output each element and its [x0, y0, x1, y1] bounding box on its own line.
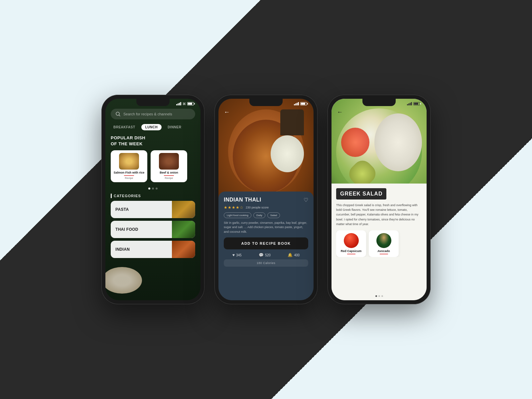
dish-label-1: Recipe: [125, 177, 133, 180]
bottom-dot-2: [378, 295, 380, 297]
tag-3[interactable]: Salad: [267, 212, 280, 218]
dish-card-2[interactable]: Beef & onion Recipe: [151, 150, 187, 182]
svg-line-1: [119, 115, 120, 116]
beef-image: [159, 153, 179, 170]
stats-row: ♥ 345 💬 520 🔔 400: [224, 253, 308, 257]
battery-icon-3: [413, 102, 420, 105]
calories-display: 180 Calories: [224, 259, 308, 267]
thai-thumbnail: [172, 221, 195, 238]
bottom-dot-3: [381, 295, 383, 297]
greek-salad-title: GREEK SALAD: [340, 191, 382, 197]
phones-container: ⌘: [101, 95, 431, 304]
comments-count: 520: [265, 253, 271, 257]
ingredient-underline-1: [347, 254, 355, 254]
stars-row: ★★★★☆ 230 people score: [224, 205, 308, 210]
phone-3: ← GREEK SALAD This chopped Greek salad i…: [328, 95, 431, 304]
dot-3: [156, 188, 158, 190]
tab-lunch[interactable]: LUNCH: [141, 124, 162, 130]
food-hero-image: [218, 99, 314, 203]
shares-count: 400: [294, 253, 300, 257]
dish-card-1[interactable]: Salmon Fish with rice Recipe: [111, 150, 147, 182]
bottom-dots: [332, 295, 427, 297]
category-pasta-label: PASTA: [111, 207, 172, 212]
popular-dishes-row: Salmon Fish with rice Recipe Beef & onio…: [111, 150, 195, 182]
search-input[interactable]: [123, 112, 191, 116]
stat-comments: 💬 520: [259, 253, 271, 257]
dot-indicators: [111, 188, 195, 190]
tab-breakfast[interactable]: BREAKFAST: [111, 124, 138, 130]
comment-icon: 💬: [259, 253, 264, 257]
tag-2[interactable]: Daily: [253, 212, 265, 218]
stat-likes: ♥ 345: [232, 253, 242, 257]
pasta-thumbnail: [172, 201, 195, 218]
notch-1: [136, 99, 170, 106]
avocado-image: [376, 233, 391, 248]
ingredients-row: Red Capsicum Avocado: [336, 230, 422, 257]
dot-1: [148, 188, 150, 190]
share-icon: 🔔: [288, 253, 293, 257]
heart-icon: ♥: [232, 253, 235, 257]
ingredient-red-capsicum[interactable]: Red Capsicum: [336, 230, 366, 257]
recipe-title-row: INDIAN THALI ♡: [224, 197, 308, 203]
favorite-button[interactable]: ♡: [304, 197, 308, 203]
category-thai-label: THAI FOOD: [111, 227, 172, 232]
phone-2-screen: ← INDIAN THALI ♡ ★★★★☆ 230 people score …: [218, 99, 314, 300]
wifi-icon: ⌘: [183, 102, 186, 106]
ingredient-underline-2: [380, 254, 388, 254]
search-icon: [115, 111, 121, 117]
phone-1-screen: ⌘: [105, 99, 200, 300]
dish-label-2: Recipe: [165, 177, 173, 180]
phone-1: ⌘: [101, 95, 204, 304]
recipe-detail-card: INDIAN THALI ♡ ★★★★☆ 230 people score Li…: [218, 192, 314, 300]
tag-1[interactable]: Light food cooking: [224, 212, 251, 218]
battery-icon-2: [300, 102, 307, 105]
dish-underline-1: [124, 175, 134, 176]
ingredient-name-2: Avocado: [377, 249, 390, 253]
phone-3-screen: ← GREEK SALAD This chopped Greek salad i…: [332, 99, 427, 300]
greek-title-background: GREEK SALAD: [336, 188, 386, 200]
phone-2: ← INDIAN THALI ♡ ★★★★☆ 230 people score …: [214, 95, 318, 304]
dot-2: [152, 188, 154, 190]
search-bar[interactable]: [111, 109, 195, 119]
back-button-3[interactable]: ←: [337, 109, 343, 116]
food-hero-image-3: [332, 99, 427, 196]
recipe-title: INDIAN THALI: [224, 197, 261, 203]
greek-salad-detail: GREEK SALAD This chopped Greek salad is …: [332, 184, 427, 300]
phone1-content: BREAKFAST LUNCH DINNER POPULAR DISH OF T…: [105, 99, 200, 300]
likes-count: 345: [236, 253, 242, 257]
category-indian-label: INDIAN: [111, 247, 172, 252]
salmon-image: [119, 153, 139, 170]
notch-3: [362, 99, 396, 106]
dish-name-2: Beef & onion: [160, 171, 178, 174]
battery-icon: [187, 102, 194, 105]
dish-underline-2: [164, 175, 174, 176]
bottom-dot-1: [375, 295, 377, 297]
notch-2: [249, 99, 283, 106]
stat-shares: 🔔 400: [288, 253, 300, 257]
categories-section-title: CATEGORIES: [111, 194, 195, 198]
dish-name-1: Salmon Fish with rice: [114, 171, 145, 174]
meal-tabs: BREAKFAST LUNCH DINNER: [111, 124, 195, 130]
back-button-2[interactable]: ←: [224, 109, 230, 116]
category-thai[interactable]: THAI FOOD: [111, 221, 195, 238]
tab-dinner[interactable]: DINNER: [165, 124, 184, 130]
add-to-recipe-button[interactable]: ADD TO RECIPE BOOK: [224, 237, 308, 249]
ingredient-name-1: Red Capsicum: [341, 249, 362, 253]
category-pasta[interactable]: PASTA: [111, 201, 195, 218]
section-title: POPULAR DISH OF THE WEEK: [111, 135, 195, 147]
tags-row: Light food cooking Daily Salad: [224, 212, 308, 218]
rating-stars: ★★★★☆: [224, 205, 244, 210]
recipe-description: Stir in garlic, curry powder, cinnamon, …: [224, 221, 308, 234]
ingredient-avocado[interactable]: Avocado: [369, 230, 399, 257]
score-text: 230 people score: [246, 206, 269, 209]
indian-thumbnail: [172, 241, 195, 258]
category-indian[interactable]: INDIAN: [111, 241, 195, 258]
red-capsicum-image: [344, 233, 359, 248]
greek-salad-description: This chopped Greek salad is crisp, fresh…: [336, 203, 422, 227]
